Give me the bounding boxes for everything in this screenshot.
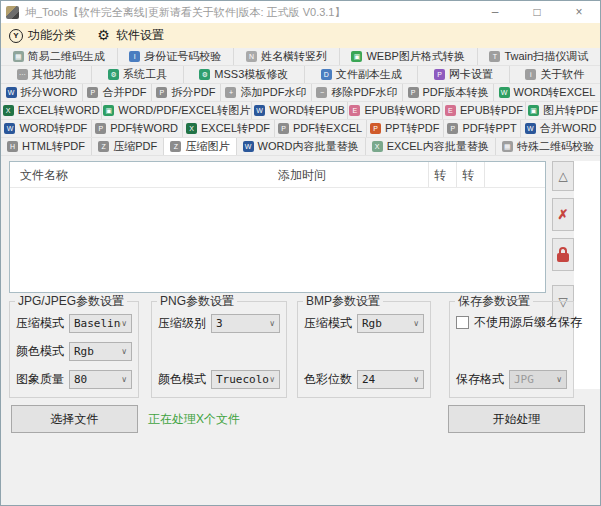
menu-software-settings[interactable]: ⚙软件设置 <box>96 27 164 44</box>
tab-excel-to-pdf[interactable]: XEXCEL转PDF <box>183 120 275 137</box>
tab-label: 文件副本生成 <box>336 67 402 82</box>
tab-word-batch-replace[interactable]: WWORD内容批量替换 <box>237 138 366 155</box>
jpg-image-quality-select[interactable]: 80∨ <box>69 370 132 389</box>
tab-word-to-epub[interactable]: WWORD转EPUB <box>252 102 347 119</box>
menu-item-label: 软件设置 <box>116 27 164 44</box>
word-icon: W <box>243 141 254 152</box>
jpg-compress-mode-select[interactable]: Baseline∨ <box>69 314 132 333</box>
pdf-icon: P <box>447 123 458 134</box>
tab-word-pdf-excel-to-image[interactable]: ▣WORD/PDF/EXCEL转图片 <box>102 102 252 119</box>
tab-name-horizontal-to-vertical[interactable]: N姓名横转竖列 <box>234 48 340 65</box>
tab-network-card-settings[interactable]: P网卡设置 <box>418 66 509 83</box>
image-icon: ▣ <box>351 51 362 62</box>
no-source-extension-checkbox[interactable] <box>456 316 469 329</box>
minimize-button[interactable]: – <box>474 1 516 23</box>
panel-body: 不使用源后缀名保存保存格式JPG∨ <box>456 314 567 389</box>
column-header: 转 <box>434 167 446 184</box>
maximize-button[interactable]: □ <box>516 1 558 23</box>
tab-ppt-to-pdf[interactable]: PPPT转PDF <box>367 120 444 137</box>
tab-mss3-template-edit[interactable]: ⚙MSS3模板修改 <box>184 66 305 83</box>
lock-button[interactable] <box>552 238 574 271</box>
tab-compress-pdf[interactable]: Z压缩PDF <box>92 138 164 155</box>
bmp-color-bits-select[interactable]: 24∨ <box>357 370 424 389</box>
tab-compress-image[interactable]: Z压缩图片 <box>164 138 236 155</box>
tab-pdf-to-excel[interactable]: PPDF转EXCEL <box>275 120 367 137</box>
tab-label: WORD内容批量替换 <box>258 139 359 154</box>
gear-icon: ⚙ <box>199 69 210 80</box>
title-bar: 坤_Tools【软件完全离线|更新请看关于软件|版本: 正式版 V0.3.1】 … <box>1 1 600 23</box>
tab-special-qr-check[interactable]: ▦特殊二维码校验 <box>496 138 600 155</box>
jpg-color-mode-select[interactable]: Rgb∨ <box>69 342 132 361</box>
tab-label: 拆分PDF <box>171 85 215 100</box>
tab-webp-format-convert[interactable]: ▣WEBP图片格式转换 <box>340 48 478 65</box>
tab-split-pdf[interactable]: P拆分PDF <box>152 84 221 101</box>
tab-epub-to-pdf[interactable]: EEPUB转PDF <box>443 102 526 119</box>
tab-label: WORD/PDF/EXCEL转图片 <box>118 103 250 118</box>
tab-label: 压缩PDF <box>113 139 157 154</box>
tab-image-to-pdf[interactable]: ▣图片转PDF <box>526 102 600 119</box>
tab-label: 身份证号码校验 <box>144 49 221 64</box>
column-header: 转 <box>462 167 474 184</box>
pdf-icon: P <box>87 87 98 98</box>
tab-merge-pdf[interactable]: P合并PDF <box>83 84 152 101</box>
tab-simple-qr-generate[interactable]: ▦简易二维码生成 <box>1 48 118 65</box>
select-value: Rgb <box>362 317 413 330</box>
word-icon: W <box>4 123 15 134</box>
select-value: Baseline <box>74 317 121 330</box>
select-value: 80 <box>74 373 121 386</box>
param-label: 压缩模式 <box>304 315 352 332</box>
param-row: 压缩模式Rgb∨ <box>304 314 424 333</box>
tab-label: 拆分WORD <box>21 85 78 100</box>
param-row: 不使用源后缀名保存 <box>456 314 567 331</box>
tab-add-pdf-watermark[interactable]: +添加PDF水印 <box>221 84 312 101</box>
checkbox-label: 不使用源后缀名保存 <box>474 314 582 331</box>
info-icon: i <box>525 69 536 80</box>
tab-remove-pdf-watermark[interactable]: −移除PDF水印 <box>312 84 403 101</box>
tab-about-software[interactable]: i关于软件 <box>510 66 600 83</box>
select-files-button[interactable]: 选择文件 <box>11 405 138 433</box>
qr-icon: ▦ <box>13 51 24 62</box>
delete-file-button[interactable]: ✗ <box>552 198 574 231</box>
tab-pdf-version-convert[interactable]: PPDF版本转换 <box>403 84 494 101</box>
plug-icon: P <box>434 69 445 80</box>
tab-pdf-to-word[interactable]: PPDF转WORD <box>92 120 183 137</box>
tab-label: EPUB转WORD <box>364 103 440 118</box>
tab-merge-word[interactable]: W合并WORD <box>521 120 600 137</box>
png-compress-level-select[interactable]: 3∨ <box>211 314 280 333</box>
bmp-compress-mode-select[interactable]: Rgb∨ <box>357 314 424 333</box>
tab-id-number-check[interactable]: I身份证号码校验 <box>118 48 235 65</box>
tab-word-to-excel[interactable]: WWORD转EXCEL <box>494 84 600 101</box>
param-label: 颜色模式 <box>16 343 64 360</box>
png-color-mode-select[interactable]: Truecolor∨ <box>211 370 280 389</box>
tab-file-copy-generate[interactable]: D文件副本生成 <box>305 66 418 83</box>
tab-split-word[interactable]: W拆分WORD <box>1 84 83 101</box>
tab-pdf-to-ppt[interactable]: PPDF转PPT <box>444 120 521 137</box>
start-processing-button[interactable]: 开始处理 <box>448 405 585 433</box>
tab-html-to-pdf[interactable]: HHTML转PDF <box>1 138 92 155</box>
tab-label: WORD转EXCEL <box>514 85 596 100</box>
right-side-panel <box>574 161 600 389</box>
epub-icon: E <box>445 105 456 116</box>
app-window: 坤_Tools【软件完全离线|更新请看关于软件|版本: 正式版 V0.3.1】 … <box>0 0 601 506</box>
select-value: Truecolor <box>216 373 269 386</box>
file-list[interactable] <box>10 187 545 292</box>
menu-function-category[interactable]: Y功能分类 <box>9 27 76 44</box>
word-icon: W <box>525 123 536 134</box>
tab-excel-to-word[interactable]: XEXCEL转WORD <box>1 102 102 119</box>
panel-body: 压缩模式Rgb∨色彩位数24∨ <box>304 314 424 389</box>
move-up-button[interactable]: △ <box>552 161 574 191</box>
tab-other-functions[interactable]: ⋯其他功能 <box>1 66 92 83</box>
tab-excel-batch-replace[interactable]: XEXCEL内容批量替换 <box>366 138 496 155</box>
tab-twain-scanner-debug[interactable]: TTwain扫描仪调试 <box>478 48 600 65</box>
close-button[interactable]: × <box>558 1 600 23</box>
tab-system-tools[interactable]: ⚙系统工具 <box>92 66 183 83</box>
tab-label: PDF转EXCEL <box>293 121 362 136</box>
column-separator <box>428 162 429 187</box>
tab-strip: ▦简易二维码生成I身份证号码校验N姓名横转竖列▣WEBP图片格式转换TTwain… <box>1 48 600 156</box>
tab-epub-to-word[interactable]: EEPUB转WORD <box>348 102 443 119</box>
tab-label: WEBP图片格式转换 <box>366 49 464 64</box>
tab-word-to-pdf[interactable]: WWORD转PDF <box>1 120 92 137</box>
tab-label: 移除PDF水印 <box>331 85 397 100</box>
save-format-select[interactable]: JPG∨ <box>509 370 567 389</box>
param-label: 保存格式 <box>456 371 504 388</box>
